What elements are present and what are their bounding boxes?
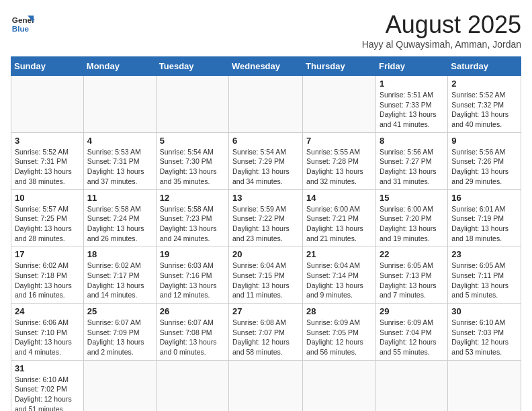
svg-text:Blue: Blue — [12, 24, 30, 33]
calendar-cell: 29Sunrise: 6:09 AM Sunset: 7:04 PM Dayli… — [375, 304, 447, 361]
calendar-cell: 22Sunrise: 6:05 AM Sunset: 7:13 PM Dayli… — [375, 246, 447, 304]
day-number: 3 — [15, 136, 80, 146]
day-number: 25 — [87, 306, 152, 316]
calendar-cell: 17Sunrise: 6:02 AM Sunset: 7:18 PM Dayli… — [11, 246, 84, 304]
day-info: Sunrise: 5:54 AM Sunset: 7:29 PM Dayligh… — [232, 147, 299, 187]
day-info: Sunrise: 6:00 AM Sunset: 7:21 PM Dayligh… — [306, 204, 372, 244]
calendar-cell: 24Sunrise: 6:06 AM Sunset: 7:10 PM Dayli… — [11, 304, 84, 361]
calendar-cell: 28Sunrise: 6:09 AM Sunset: 7:05 PM Dayli… — [303, 304, 376, 361]
logo: General Blue — [11, 11, 35, 35]
day-number: 26 — [160, 306, 225, 316]
calendar-cell — [156, 76, 228, 133]
calendar-cell — [156, 360, 228, 411]
weekday-header-friday: Friday — [375, 57, 447, 76]
day-info: Sunrise: 6:06 AM Sunset: 7:10 PM Dayligh… — [15, 318, 80, 357]
day-info: Sunrise: 6:05 AM Sunset: 7:13 PM Dayligh… — [380, 261, 444, 300]
day-number: 22 — [380, 249, 444, 259]
weekday-header-row: SundayMondayTuesdayWednesdayThursdayFrid… — [11, 57, 521, 76]
week-row-5: 24Sunrise: 6:06 AM Sunset: 7:10 PM Dayli… — [11, 304, 521, 361]
calendar-cell: 19Sunrise: 6:03 AM Sunset: 7:16 PM Dayli… — [156, 246, 228, 304]
day-number: 6 — [232, 136, 299, 146]
calendar-cell: 25Sunrise: 6:07 AM Sunset: 7:09 PM Dayli… — [83, 304, 156, 361]
weekday-header-wednesday: Wednesday — [229, 57, 303, 76]
day-number: 20 — [232, 249, 299, 259]
day-info: Sunrise: 6:03 AM Sunset: 7:16 PM Dayligh… — [160, 261, 225, 300]
day-info: Sunrise: 5:53 AM Sunset: 7:31 PM Dayligh… — [87, 147, 152, 187]
calendar-cell — [229, 360, 303, 411]
day-number: 2 — [451, 79, 517, 89]
day-number: 21 — [306, 249, 372, 259]
calendar-title: August 2025 — [362, 11, 521, 39]
day-info: Sunrise: 6:00 AM Sunset: 7:20 PM Dayligh… — [380, 204, 444, 244]
calendar-cell: 27Sunrise: 6:08 AM Sunset: 7:07 PM Dayli… — [229, 304, 303, 361]
calendar-cell: 11Sunrise: 5:58 AM Sunset: 7:24 PM Dayli… — [83, 189, 156, 246]
day-info: Sunrise: 5:59 AM Sunset: 7:22 PM Dayligh… — [232, 204, 299, 244]
logo-icon: General Blue — [11, 11, 35, 35]
day-info: Sunrise: 5:54 AM Sunset: 7:30 PM Dayligh… — [160, 147, 225, 187]
calendar-cell — [229, 76, 303, 133]
week-row-3: 10Sunrise: 5:57 AM Sunset: 7:25 PM Dayli… — [11, 189, 521, 246]
day-number: 15 — [380, 193, 444, 203]
day-number: 28 — [306, 306, 372, 316]
day-info: Sunrise: 6:01 AM Sunset: 7:19 PM Dayligh… — [451, 204, 517, 244]
day-info: Sunrise: 6:02 AM Sunset: 7:17 PM Dayligh… — [87, 261, 152, 300]
calendar-cell: 14Sunrise: 6:00 AM Sunset: 7:21 PM Dayli… — [303, 189, 376, 246]
day-number: 30 — [451, 306, 517, 316]
calendar-cell: 23Sunrise: 6:05 AM Sunset: 7:11 PM Dayli… — [448, 246, 521, 304]
day-info: Sunrise: 5:52 AM Sunset: 7:32 PM Dayligh… — [451, 90, 517, 130]
calendar-cell: 1Sunrise: 5:51 AM Sunset: 7:33 PM Daylig… — [375, 76, 447, 133]
title-area: August 2025 Hayy al Quwaysimah, Amman, J… — [362, 11, 521, 50]
day-info: Sunrise: 5:51 AM Sunset: 7:33 PM Dayligh… — [380, 90, 444, 130]
day-info: Sunrise: 6:09 AM Sunset: 7:05 PM Dayligh… — [306, 318, 372, 357]
day-number: 7 — [306, 136, 372, 146]
calendar-cell: 15Sunrise: 6:00 AM Sunset: 7:20 PM Dayli… — [375, 189, 447, 246]
calendar-cell — [303, 360, 376, 411]
calendar-cell: 5Sunrise: 5:54 AM Sunset: 7:30 PM Daylig… — [156, 132, 228, 189]
day-info: Sunrise: 5:52 AM Sunset: 7:31 PM Dayligh… — [15, 147, 80, 187]
calendar-cell: 30Sunrise: 6:10 AM Sunset: 7:03 PM Dayli… — [448, 304, 521, 361]
day-number: 8 — [380, 136, 444, 146]
day-number: 23 — [451, 249, 517, 259]
calendar-cell: 18Sunrise: 6:02 AM Sunset: 7:17 PM Dayli… — [83, 246, 156, 304]
calendar-cell: 4Sunrise: 5:53 AM Sunset: 7:31 PM Daylig… — [83, 132, 156, 189]
calendar-cell: 12Sunrise: 5:58 AM Sunset: 7:23 PM Dayli… — [156, 189, 228, 246]
week-row-2: 3Sunrise: 5:52 AM Sunset: 7:31 PM Daylig… — [11, 132, 521, 189]
day-info: Sunrise: 5:57 AM Sunset: 7:25 PM Dayligh… — [15, 204, 80, 244]
calendar-cell: 16Sunrise: 6:01 AM Sunset: 7:19 PM Dayli… — [448, 189, 521, 246]
calendar-cell: 3Sunrise: 5:52 AM Sunset: 7:31 PM Daylig… — [11, 132, 84, 189]
day-number: 17 — [15, 249, 80, 259]
page-header: General Blue August 2025 Hayy al Quwaysi… — [11, 11, 521, 50]
day-number: 4 — [87, 136, 152, 146]
weekday-header-thursday: Thursday — [303, 57, 376, 76]
day-info: Sunrise: 6:02 AM Sunset: 7:18 PM Dayligh… — [15, 261, 80, 300]
calendar-cell: 31Sunrise: 6:10 AM Sunset: 7:02 PM Dayli… — [11, 360, 84, 411]
day-number: 5 — [160, 136, 225, 146]
day-info: Sunrise: 6:04 AM Sunset: 7:14 PM Dayligh… — [306, 261, 372, 300]
calendar-subtitle: Hayy al Quwaysimah, Amman, Jordan — [362, 39, 521, 50]
day-number: 24 — [15, 306, 80, 316]
day-number: 12 — [160, 193, 225, 203]
day-info: Sunrise: 5:58 AM Sunset: 7:23 PM Dayligh… — [160, 204, 225, 244]
calendar-cell: 9Sunrise: 5:56 AM Sunset: 7:26 PM Daylig… — [448, 132, 521, 189]
calendar-cell: 10Sunrise: 5:57 AM Sunset: 7:25 PM Dayli… — [11, 189, 84, 246]
calendar-cell: 2Sunrise: 5:52 AM Sunset: 7:32 PM Daylig… — [448, 76, 521, 133]
calendar-cell: 26Sunrise: 6:07 AM Sunset: 7:08 PM Dayli… — [156, 304, 228, 361]
calendar-cell: 20Sunrise: 6:04 AM Sunset: 7:15 PM Dayli… — [229, 246, 303, 304]
day-info: Sunrise: 6:08 AM Sunset: 7:07 PM Dayligh… — [232, 318, 299, 357]
day-info: Sunrise: 6:05 AM Sunset: 7:11 PM Dayligh… — [451, 261, 517, 300]
calendar-cell: 7Sunrise: 5:55 AM Sunset: 7:28 PM Daylig… — [303, 132, 376, 189]
day-info: Sunrise: 6:10 AM Sunset: 7:03 PM Dayligh… — [451, 318, 517, 357]
calendar-table: SundayMondayTuesdayWednesdayThursdayFrid… — [11, 56, 521, 411]
weekday-header-saturday: Saturday — [448, 57, 521, 76]
day-info: Sunrise: 6:10 AM Sunset: 7:02 PM Dayligh… — [15, 375, 80, 411]
weekday-header-tuesday: Tuesday — [156, 57, 228, 76]
day-number: 18 — [87, 249, 152, 259]
calendar-cell: 6Sunrise: 5:54 AM Sunset: 7:29 PM Daylig… — [229, 132, 303, 189]
day-info: Sunrise: 5:56 AM Sunset: 7:26 PM Dayligh… — [451, 147, 517, 187]
calendar-cell — [375, 360, 447, 411]
calendar-cell — [303, 76, 376, 133]
calendar-cell — [448, 360, 521, 411]
day-info: Sunrise: 6:07 AM Sunset: 7:08 PM Dayligh… — [160, 318, 225, 357]
week-row-1: 1Sunrise: 5:51 AM Sunset: 7:33 PM Daylig… — [11, 76, 521, 133]
day-info: Sunrise: 5:55 AM Sunset: 7:28 PM Dayligh… — [306, 147, 372, 187]
